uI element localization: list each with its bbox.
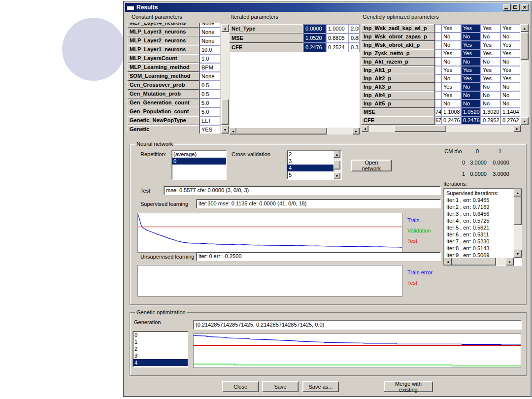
scroll-down-icon[interactable] (221, 126, 229, 133)
param-value-cell[interactable]: Yes (441, 83, 461, 91)
param-value-cell[interactable]: None (200, 72, 220, 81)
param-value-cell[interactable]: Yes (441, 66, 461, 74)
param-value-cell[interactable]: No (461, 83, 481, 91)
param-partial-cell[interactable] (435, 24, 441, 33)
merge-with-existing-button[interactable]: Merge with existing (384, 381, 433, 392)
save-button[interactable]: Save (262, 381, 299, 392)
close-dialog-button[interactable]: Close (222, 381, 259, 392)
iterations-list[interactable]: Supervised iterations:Iter:1 , err: 0.94… (443, 188, 522, 266)
param-value-cell[interactable]: No (441, 41, 461, 49)
scroll-down-icon[interactable] (333, 172, 340, 179)
param-value-cell[interactable]: None (200, 36, 220, 45)
genetic-table-vscrollbar[interactable] (521, 24, 529, 125)
param-value-cell[interactable]: No (441, 33, 461, 41)
generation-list[interactable]: 01234 (133, 331, 188, 367)
param-value-cell[interactable]: 5.0 (200, 99, 220, 107)
param-partial-cell[interactable] (435, 83, 441, 91)
scrollbar-thumb[interactable] (395, 125, 446, 132)
param-value-cell[interactable]: Yes (461, 24, 481, 33)
param-value-cell[interactable]: 1.0520 (461, 108, 481, 116)
param-value-cell[interactable]: None (200, 28, 220, 36)
param-value-cell[interactable]: 1.0 (200, 54, 220, 63)
maximize-button[interactable] (512, 4, 520, 11)
param-partial-cell[interactable] (435, 41, 441, 49)
param-value-cell[interactable]: No (500, 83, 520, 91)
genetic-table-hscrollbar[interactable] (362, 125, 521, 132)
param-value-cell[interactable]: No (461, 33, 481, 41)
param-value-cell[interactable]: Yes (500, 74, 520, 83)
param-value-cell[interactable]: No (461, 58, 481, 66)
param-value-cell[interactable]: Yes (461, 66, 481, 74)
param-value-cell[interactable]: 0.2476 (303, 43, 326, 52)
param-partial-cell[interactable] (435, 58, 441, 66)
param-partial-cell[interactable] (435, 66, 441, 74)
iterated-table-hscrollbar[interactable] (230, 128, 360, 134)
param-value-cell[interactable]: Yes (481, 66, 500, 74)
param-value-cell[interactable]: None (200, 23, 220, 28)
save-as-button[interactable]: Save as... (302, 381, 339, 392)
repetition-list[interactable]: (average)0 (171, 150, 227, 180)
param-partial-cell[interactable] (435, 49, 441, 58)
param-value-cell[interactable]: No (500, 58, 520, 66)
param-value-cell[interactable]: No (500, 91, 520, 100)
scroll-down-icon[interactable] (514, 250, 522, 258)
param-value-cell[interactable]: 0.3214 (349, 43, 360, 52)
param-value-cell[interactable]: 0.2952 (481, 116, 500, 125)
scroll-right-icon[interactable] (506, 258, 514, 266)
param-value-cell[interactable]: Yes (500, 41, 520, 49)
param-value-cell[interactable]: 1.0520 (303, 33, 326, 43)
param-value-cell[interactable]: 0.5 (200, 90, 220, 99)
param-partial-cell[interactable] (435, 91, 441, 100)
param-value-cell[interactable]: No (481, 33, 500, 41)
param-value-cell[interactable]: No (441, 58, 461, 66)
param-value-cell[interactable]: 0.8805 (326, 33, 349, 43)
param-partial-cell[interactable]: 74 (435, 108, 441, 116)
close-button[interactable] (521, 4, 529, 11)
param-partial-cell[interactable] (435, 33, 441, 41)
param-value-cell[interactable]: Yes (500, 49, 520, 58)
param-value-cell[interactable]: Yes (481, 24, 500, 33)
param-value-cell[interactable]: Yes (461, 74, 481, 83)
param-value-cell[interactable]: Yes (500, 24, 520, 33)
scroll-up-icon[interactable] (333, 151, 340, 158)
param-value-cell[interactable]: Yes (461, 49, 481, 58)
param-value-cell[interactable]: 0.2524 (326, 43, 349, 52)
param-partial-cell[interactable] (435, 100, 441, 108)
scrollbar-thumb[interactable] (236, 128, 327, 134)
scroll-left-icon[interactable] (444, 258, 452, 266)
param-value-cell[interactable]: BPM (200, 63, 220, 72)
param-value-cell[interactable]: 1.1404 (500, 108, 520, 116)
param-partial-cell[interactable] (435, 74, 441, 83)
param-value-cell[interactable]: Yes (500, 66, 520, 74)
param-value-cell[interactable]: No (481, 83, 500, 91)
param-value-cell[interactable]: ELT (200, 116, 220, 125)
param-value-cell[interactable]: 0.2762 (500, 116, 520, 125)
param-value-cell[interactable]: No (481, 58, 500, 66)
param-value-cell[interactable]: No (461, 100, 481, 108)
scroll-left-icon[interactable] (230, 128, 236, 134)
repetition-list-item[interactable]: (average) (172, 151, 226, 158)
param-value-cell[interactable]: 2.0000 (349, 24, 360, 33)
param-value-cell[interactable]: 1.0000 (326, 24, 349, 33)
param-value-cell[interactable]: Yes (441, 91, 461, 100)
param-value-cell[interactable]: 10.0 (200, 45, 220, 54)
param-value-cell[interactable]: Yes (461, 41, 481, 49)
scroll-up-icon[interactable] (514, 189, 522, 197)
generation-value-field[interactable]: (0.21428571428571425, 0.2142857142857142… (193, 320, 522, 330)
scroll-right-icon[interactable] (353, 128, 360, 134)
constant-table-scrollbar[interactable] (221, 24, 229, 133)
param-value-cell[interactable]: 0.2476 (461, 116, 481, 125)
scroll-down-icon[interactable] (521, 117, 529, 125)
param-value-cell[interactable]: 5.0 (200, 107, 220, 116)
iterations-vscrollbar[interactable] (514, 189, 522, 258)
open-network-button[interactable]: Open network (351, 160, 392, 171)
param-partial-cell[interactable]: 67 (435, 116, 441, 125)
param-value-cell[interactable]: No (500, 100, 520, 108)
param-value-cell[interactable]: 0.8814 (349, 33, 360, 43)
scrollbar-thumb[interactable] (452, 258, 496, 266)
param-value-cell[interactable]: YES (200, 125, 220, 133)
scrollbar-thumb[interactable] (333, 161, 340, 169)
param-value-cell[interactable]: No (461, 91, 481, 100)
scrollbar-thumb[interactable] (521, 32, 529, 60)
scrollbar-thumb[interactable] (221, 99, 229, 125)
